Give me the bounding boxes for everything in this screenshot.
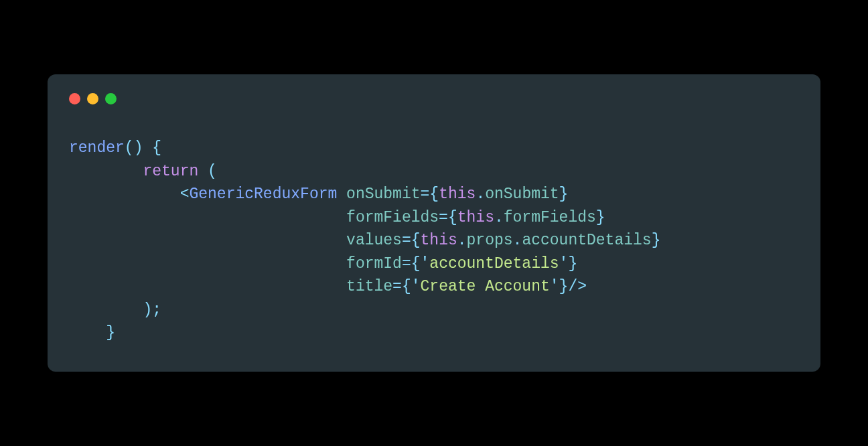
code-punct: /> <box>568 278 587 295</box>
code-indent <box>69 301 143 319</box>
code-punct: ' <box>559 255 569 273</box>
code-punct: { <box>429 185 439 203</box>
code-indent <box>69 163 143 180</box>
code-this: this <box>457 209 494 226</box>
code-prop: accountDetails <box>522 232 651 249</box>
code-attr: values <box>346 232 402 249</box>
code-punct: ' <box>550 278 559 295</box>
code-indent <box>69 232 346 249</box>
code-indent <box>69 255 346 273</box>
code-punct: . <box>457 232 467 249</box>
code-punct: = <box>392 278 402 295</box>
code-punct: { <box>411 232 421 249</box>
code-punct: { <box>152 139 161 157</box>
code-punct: () <box>125 139 143 157</box>
code-keyword: return <box>143 163 198 180</box>
code-punct: } <box>559 278 569 295</box>
code-space <box>198 163 208 180</box>
code-string: Create Account <box>421 278 550 295</box>
window-controls <box>69 93 799 104</box>
code-attr: formFields <box>346 209 439 226</box>
code-punct: ); <box>143 301 161 319</box>
code-this: this <box>439 185 476 203</box>
code-string: accountDetails <box>429 255 559 273</box>
code-punct: } <box>568 255 577 273</box>
code-indent <box>69 185 180 203</box>
code-punct: ( <box>208 163 217 180</box>
code-punct: = <box>402 232 411 249</box>
code-punct: { <box>448 209 457 226</box>
code-punct: . <box>476 185 485 203</box>
code-punct: = <box>402 255 411 273</box>
code-attr: onSubmit <box>346 185 420 203</box>
code-component: GenericReduxForm <box>189 185 337 203</box>
close-icon[interactable] <box>69 93 80 104</box>
code-punct: ' <box>411 278 421 295</box>
code-block: render() { return ( <GenericReduxForm on… <box>69 137 799 345</box>
code-this: this <box>421 232 457 249</box>
code-punct: < <box>180 185 190 203</box>
code-space <box>143 139 152 157</box>
code-punct: = <box>439 209 448 226</box>
code-prop: props <box>467 232 513 249</box>
code-space <box>337 185 346 203</box>
code-punct: . <box>513 232 522 249</box>
code-prop: onSubmit <box>485 185 559 203</box>
code-punct: { <box>411 255 421 273</box>
code-indent <box>69 324 106 342</box>
code-prop: formFields <box>504 209 596 226</box>
code-window: render() { return ( <GenericReduxForm on… <box>48 74 820 372</box>
code-punct: } <box>652 232 661 249</box>
code-punct: } <box>106 324 115 342</box>
code-attr: title <box>346 278 392 295</box>
minimize-icon[interactable] <box>87 93 98 104</box>
code-attr: formId <box>346 255 402 273</box>
code-punct: } <box>596 209 605 226</box>
code-punct: . <box>494 209 504 226</box>
code-method: render <box>69 139 125 157</box>
code-indent <box>69 209 346 226</box>
code-punct: } <box>559 185 569 203</box>
code-punct: = <box>421 185 430 203</box>
code-indent <box>69 278 346 295</box>
code-punct: { <box>402 278 411 295</box>
code-punct: ' <box>421 255 430 273</box>
maximize-icon[interactable] <box>105 93 117 104</box>
